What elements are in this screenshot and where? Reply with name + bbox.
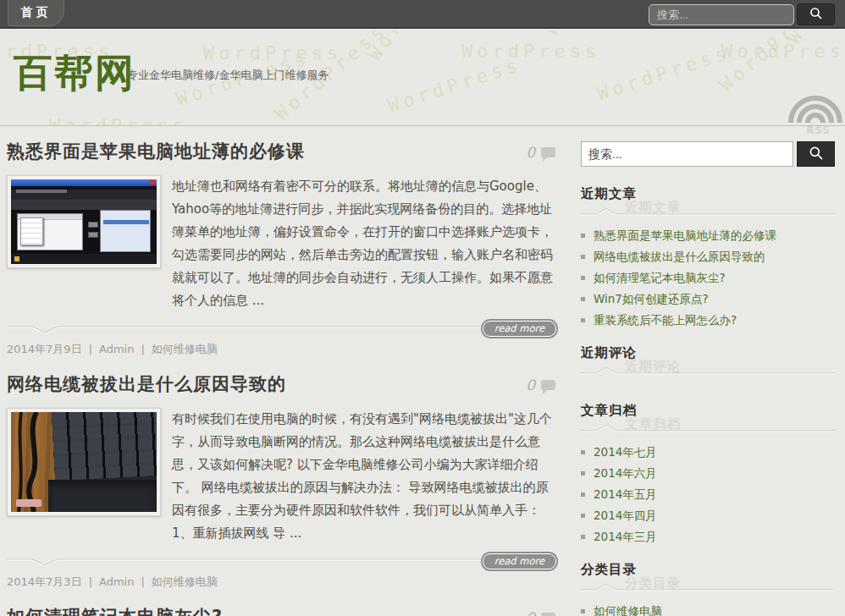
- list-bullet-icon: [581, 535, 585, 539]
- list-bullet-icon: [581, 609, 585, 613]
- sidebar-search-form: [581, 141, 835, 167]
- widget-recent-posts: 近期文章 近期文章 熟悉界面是苹果电脑地址薄的必修课 网络电缆被拔出是什么原因导…: [581, 185, 835, 327]
- top-nav-bar: 首页: [0, 0, 845, 29]
- rss-icon[interactable]: [787, 89, 843, 126]
- list-bullet-icon: [581, 297, 585, 301]
- recent-post-link[interactable]: 熟悉界面是苹果电脑地址薄的必修课: [594, 228, 776, 242]
- list-item: 重装系统后不能上网怎么办?: [581, 312, 835, 327]
- content-area: 熟悉界面是苹果电脑地址薄的必修课 0: [0, 127, 845, 616]
- post-divider: [7, 325, 555, 335]
- wordpress-watermark: WordPress: [542, 30, 639, 39]
- category-link[interactable]: 如何维修电脑: [594, 604, 662, 616]
- list-bullet-icon: [581, 514, 585, 518]
- post-category-link[interactable]: 如何维修电脑: [152, 343, 218, 355]
- keyboard-photo: [11, 412, 157, 512]
- widget-title: 近期评论: [581, 344, 835, 362]
- rss-label[interactable]: RSS: [806, 124, 831, 136]
- post-excerpt: 地址簿也和网络有着密不可分的联系。将地址簿的信息与Google、Yahoo等的地…: [172, 175, 559, 312]
- comment-count-badge[interactable]: 0: [526, 609, 555, 616]
- comment-bubble-icon: [541, 613, 555, 616]
- comment-bubble-icon: [541, 380, 555, 390]
- meta-separator: |: [89, 575, 92, 588]
- search-icon: [808, 145, 825, 164]
- read-more-button[interactable]: read more: [483, 553, 556, 569]
- list-bullet-icon: [581, 318, 585, 322]
- wordpress-watermark: WordPress: [594, 41, 733, 105]
- post-date: 2014年7月3日: [7, 575, 82, 588]
- archive-link[interactable]: 2014年四月: [594, 509, 657, 522]
- post-title[interactable]: 如何清理笔记本电脑灰尘?: [7, 607, 559, 616]
- topbar-search-button[interactable]: [797, 3, 835, 25]
- post-divider: [7, 558, 555, 568]
- list-item: 2014年六月: [581, 465, 835, 481]
- list-bullet-icon: [581, 450, 585, 454]
- post-article: 熟悉界面是苹果电脑地址薄的必修课 0: [7, 141, 559, 357]
- post-title[interactable]: 熟悉界面是苹果电脑地址薄的必修课: [7, 141, 559, 162]
- list-bullet-icon: [581, 255, 585, 259]
- list-item: 如何维修电脑: [581, 603, 835, 616]
- post-category-link[interactable]: 如何维修电脑: [152, 575, 218, 588]
- widget-header: 近期文章 近期文章: [581, 185, 835, 207]
- widget-divider: [581, 366, 835, 377]
- post-article: 如何清理笔记本电脑灰尘? 0 如何为笔记本散热呢?金华电脑维修通过对比得出为笔记…: [7, 607, 559, 616]
- recent-posts-list: 熟悉界面是苹果电脑地址薄的必修课 网络电缆被拔出是什么原因导致的 如何清理笔记本…: [581, 228, 835, 327]
- post-footer: read more: [7, 553, 559, 569]
- categories-list: 如何维修电脑: [581, 603, 835, 616]
- post-article: 网络电缆被拔出是什么原因导致的 0: [7, 374, 559, 590]
- list-item: 2014年三月: [581, 529, 835, 544]
- comment-count-badge[interactable]: 0: [526, 144, 555, 161]
- wordpress-watermark: WordPress: [49, 115, 188, 126]
- widget-title: 近期文章: [581, 185, 835, 203]
- post-thumbnail-keyboard[interactable]: [7, 408, 161, 516]
- post-author-link[interactable]: Admin: [99, 343, 134, 355]
- topbar-search-input[interactable]: [649, 4, 794, 25]
- wordpress-watermark: WordPress: [461, 41, 600, 62]
- archive-link[interactable]: 2014年六月: [594, 466, 657, 480]
- nav-tab-home[interactable]: 首页: [8, 0, 64, 26]
- site-logo-title[interactable]: 百帮网: [14, 47, 135, 100]
- blackberry-screenshot: [11, 179, 157, 264]
- recent-post-link[interactable]: 网络电缆被拔出是什么原因导致的: [594, 250, 765, 263]
- meta-separator: |: [89, 343, 92, 355]
- widget-recent-comments: 近期评论 近期评论: [581, 344, 835, 377]
- list-bullet-icon: [581, 276, 585, 280]
- wordpress-watermark: WordPress: [385, 53, 524, 117]
- sidebar-search-button[interactable]: [797, 141, 835, 167]
- widget-categories: 分类目录 分类目录 如何维修电脑: [581, 561, 835, 616]
- list-item: 2014年四月: [581, 508, 835, 523]
- comment-count: 0: [526, 609, 535, 616]
- post-meta: 2014年7月3日|Admin|如何维修电脑: [7, 575, 559, 590]
- post-footer: read more: [7, 321, 559, 336]
- post-body: 有时候我们在使用电脑的时候，有没有遇到"网络电缆被拔出"这几个字，从而导致电脑断…: [7, 408, 559, 545]
- post-title[interactable]: 网络电缆被拔出是什么原因导致的: [7, 374, 559, 395]
- recent-post-link[interactable]: 重装系统后不能上网怎么办?: [594, 313, 737, 327]
- list-item: 网络电缆被拔出是什么原因导致的: [581, 249, 835, 264]
- post-author-link[interactable]: Admin: [99, 575, 134, 588]
- comment-count-badge[interactable]: 0: [526, 377, 555, 393]
- posts-column: 熟悉界面是苹果电脑地址薄的必修课 0: [7, 141, 559, 616]
- page: 首页 WordPress WordPress WordPress WordPre…: [0, 0, 845, 616]
- archive-link[interactable]: 2014年七月: [594, 445, 657, 459]
- post-excerpt: 有时候我们在使用电脑的时候，有没有遇到"网络电缆被拔出"这几个字，从而导致电脑断…: [172, 408, 559, 545]
- post-thumbnail-blackberry[interactable]: [7, 175, 161, 268]
- archives-list: 2014年七月 2014年六月 2014年五月 2014年四月 2014年三月: [581, 444, 835, 544]
- widget-divider: [581, 424, 835, 434]
- recent-post-link[interactable]: 如何清理笔记本电脑灰尘?: [594, 271, 726, 284]
- post-date: 2014年7月9日: [7, 343, 82, 355]
- archive-link[interactable]: 2014年三月: [594, 530, 657, 543]
- widget-header: 分类目录 分类目录: [581, 561, 835, 583]
- sidebar-search-input[interactable]: [581, 141, 793, 167]
- comment-count: 0: [526, 377, 535, 393]
- list-item: 如何清理笔记本电脑灰尘?: [581, 270, 835, 285]
- post-body: 地址簿也和网络有着密不可分的联系。将地址簿的信息与Google、Yahoo等的地…: [7, 175, 559, 312]
- list-bullet-icon: [581, 234, 585, 238]
- search-icon: [809, 6, 824, 24]
- recent-post-link[interactable]: Win7如何创建还原点?: [594, 292, 709, 305]
- widget-archives: 文章归档 文章归档 2014年七月 2014年六月 2014年五月 2014年四…: [581, 402, 835, 544]
- widget-divider: [581, 207, 835, 217]
- archive-link[interactable]: 2014年五月: [594, 487, 657, 501]
- comment-bubble-icon: [541, 147, 555, 157]
- widget-header: 文章归档 文章归档: [581, 402, 835, 424]
- topbar-search-form: [649, 3, 835, 25]
- read-more-button[interactable]: read more: [483, 321, 556, 337]
